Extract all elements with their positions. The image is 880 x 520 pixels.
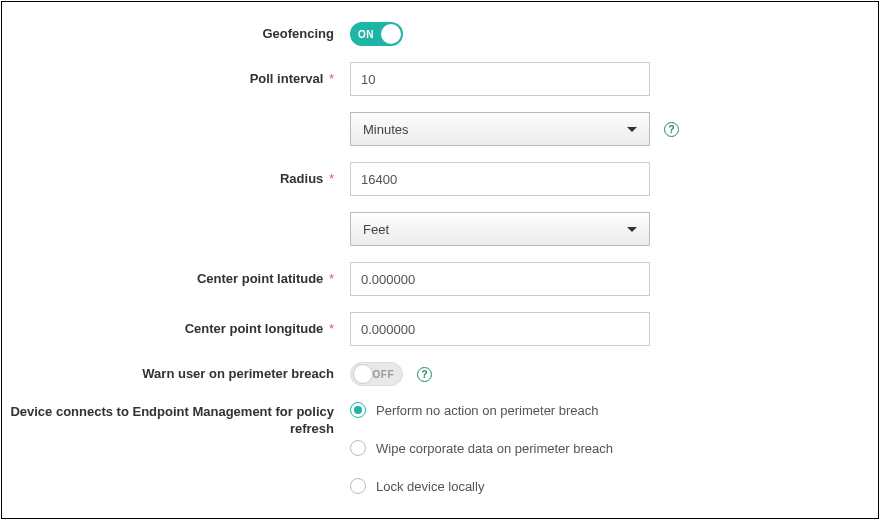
radio-label: Lock device locally [376, 479, 484, 494]
toggle-knob [381, 24, 401, 44]
radius-unit-value: Feet [363, 222, 389, 237]
radius-label: Radius * [2, 171, 350, 188]
radio-label: Wipe corporate data on perimeter breach [376, 441, 613, 456]
geofencing-label: Geofencing [2, 26, 350, 43]
help-icon[interactable]: ? [417, 367, 432, 382]
radio-wipe[interactable]: Wipe corporate data on perimeter breach [350, 440, 613, 456]
chevron-down-icon [627, 127, 637, 132]
toggle-knob [353, 364, 373, 384]
policy-refresh-label: Device connects to Endpoint Management f… [2, 402, 350, 438]
radio-no-action[interactable]: Perform no action on perimeter breach [350, 402, 613, 418]
radius-input[interactable] [350, 162, 650, 196]
radio-lock[interactable]: Lock device locally [350, 478, 613, 494]
warn-toggle[interactable]: OFF [350, 362, 403, 386]
toggle-off-text: OFF [373, 369, 395, 380]
geofencing-toggle[interactable]: ON [350, 22, 403, 46]
poll-interval-label: Poll interval * [2, 71, 350, 88]
latitude-input[interactable] [350, 262, 650, 296]
policy-refresh-radio-group: Perform no action on perimeter breach Wi… [350, 402, 613, 494]
poll-interval-unit-value: Minutes [363, 122, 409, 137]
radius-unit-select[interactable]: Feet [350, 212, 650, 246]
radio-icon [350, 440, 366, 456]
chevron-down-icon [627, 227, 637, 232]
longitude-input[interactable] [350, 312, 650, 346]
latitude-label: Center point latitude * [2, 271, 350, 288]
warn-label: Warn user on perimeter breach [2, 366, 350, 383]
radio-icon [350, 478, 366, 494]
radio-label: Perform no action on perimeter breach [376, 403, 599, 418]
toggle-on-text: ON [358, 29, 374, 40]
radio-icon [350, 402, 366, 418]
help-icon[interactable]: ? [664, 122, 679, 137]
poll-interval-input[interactable] [350, 62, 650, 96]
poll-interval-unit-select[interactable]: Minutes [350, 112, 650, 146]
longitude-label: Center point longitude * [2, 321, 350, 338]
